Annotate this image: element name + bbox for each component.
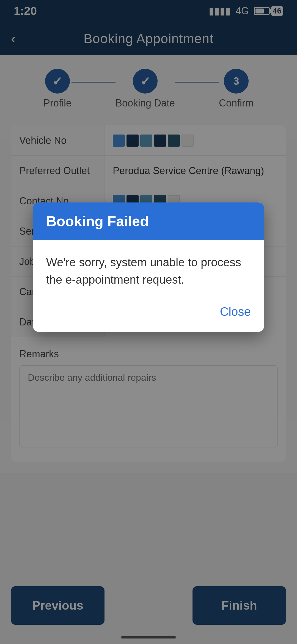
modal-footer: Close	[33, 297, 264, 332]
booking-failed-modal: Booking Failed We're sorry, system unabl…	[33, 202, 264, 332]
home-indicator	[121, 636, 176, 638]
modal-overlay: Booking Failed We're sorry, system unabl…	[0, 0, 297, 644]
modal-body: We're sorry, system unable to process th…	[33, 240, 264, 297]
modal-message: We're sorry, system unable to process th…	[46, 254, 251, 288]
modal-header: Booking Failed	[33, 202, 264, 240]
modal-title: Booking Failed	[46, 213, 149, 229]
modal-close-button[interactable]: Close	[220, 305, 251, 319]
